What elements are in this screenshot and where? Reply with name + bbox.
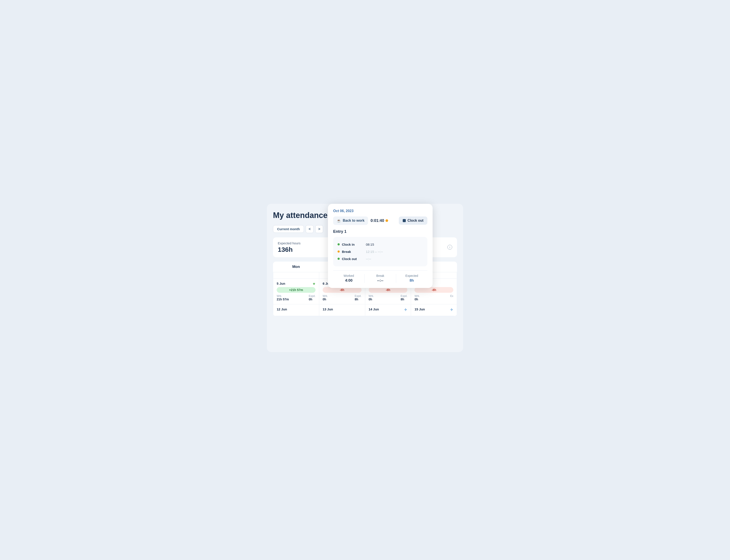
break-label: Break (342, 250, 366, 254)
summary-break: Break --:-- (365, 274, 396, 283)
wrk-value: 0h (414, 298, 420, 301)
expd-label: Expd. (355, 294, 362, 298)
coffee-icon: ☕ (337, 219, 341, 223)
expd-label: Expd. (401, 294, 408, 298)
clock-in-time: 08:15 (366, 243, 374, 246)
calendar-cell-15jun[interactable]: 15 Jun ✈ (411, 304, 457, 316)
wrk-label: Wrk. (369, 294, 374, 298)
cell-date: 13 Jun (323, 307, 362, 311)
next-month-button[interactable]: > (315, 225, 323, 233)
summary-row: Worked 4:00 Break --:-- Expected 8h (333, 270, 427, 283)
wrk-label: Wrk. (277, 294, 289, 298)
yellow-dot (338, 250, 340, 253)
expected-hours-label: Expected hours (278, 241, 300, 245)
calendar-cell-13jun[interactable]: 13 Jun (319, 304, 365, 316)
green-dot (338, 243, 340, 245)
expd-value: 8h (401, 298, 408, 301)
entry-row-clock-in: Clock in 08:15 (338, 241, 423, 248)
wrk-label: Wrk. (414, 294, 420, 298)
cell-date: 14 Jun (369, 307, 379, 311)
cell-date: 12 Jun (277, 307, 316, 311)
calendar-cell-12jun[interactable]: 12 Jun (273, 304, 319, 316)
popup-date: Oct 06, 2023 (333, 209, 427, 213)
table-row: 12 Jun 13 Jun 14 Jun ✈ 15 Jun (273, 304, 457, 316)
break-summary-value: --:-- (367, 278, 394, 283)
wrk-label: Wrk. (323, 294, 328, 298)
airplane-icon: ✈ (450, 307, 453, 312)
badge-positive: +21h 57m (277, 287, 316, 293)
stop-icon (403, 219, 406, 222)
entry-card: Clock in 08:15 Break 12:15 – --:-- Clock… (333, 237, 427, 266)
clock-out-button[interactable]: Clock out (399, 216, 427, 225)
break-time: 12:15 – --:-- (366, 250, 383, 254)
expd-label: Ex (450, 294, 453, 298)
wrk-value: 21h 57m (277, 298, 289, 301)
clock-out-label: Clock out (408, 219, 423, 223)
calendar-cell-14jun[interactable]: 14 Jun ✈ (365, 304, 411, 316)
expected-summary-label: Expected (398, 274, 425, 277)
calendar-cell (273, 272, 319, 278)
expected-summary-value: 8h (398, 278, 425, 283)
clock-out-entry-label: Clock out (342, 257, 366, 261)
popup-card: Oct 06, 2023 ☕ Back to work 0:01:40 Cloc… (328, 204, 433, 288)
break-summary-label: Break (367, 274, 394, 277)
star-icon: ★ (312, 282, 316, 286)
worked-label: Worked (335, 274, 362, 277)
calendar-cell-5jun[interactable]: 5 Jun ★ +21h 57m Wrk. 21h 57m Expd. 0h (273, 278, 319, 304)
current-month-button[interactable]: Current month (273, 225, 304, 233)
expd-value: 8h (355, 298, 362, 301)
wrk-value: 0h (369, 298, 374, 301)
prev-month-button[interactable]: < (306, 225, 314, 233)
expd-value: 0h (309, 298, 316, 301)
cell-date: 15 Jun (414, 307, 425, 311)
entry-title: Entry 1 (333, 229, 427, 234)
worked-value: 4:00 (335, 278, 362, 283)
green-dot-out (338, 258, 340, 260)
expected-hours-value: 136h (278, 246, 300, 253)
timer-display: 0:01:40 (371, 218, 388, 223)
clock-out-entry-time: --:-- (366, 257, 371, 261)
back-to-work-button[interactable]: ☕ Back to work (333, 216, 368, 225)
info-icon[interactable]: i (447, 245, 452, 250)
cell-date: 5 Jun (277, 282, 285, 285)
expd-label: Expd. (309, 294, 316, 298)
timer-dot (385, 219, 388, 222)
wrk-value: 0h (323, 298, 328, 301)
timer-value: 0:01:40 (371, 218, 384, 223)
back-to-work-label: Back to work (343, 219, 365, 223)
entry-row-break: Break 12:15 – --:-- (338, 248, 423, 255)
col-header-mon: Mon (273, 262, 319, 272)
clock-in-label: Clock in (342, 243, 366, 246)
summary-expected: Expected 8h (396, 274, 427, 283)
summary-worked: Worked 4:00 (333, 274, 365, 283)
airplane-icon: ✈ (404, 307, 407, 312)
popup-actions: ☕ Back to work 0:01:40 Clock out (333, 216, 427, 225)
entry-row-clock-out: Clock out --:-- (338, 255, 423, 262)
